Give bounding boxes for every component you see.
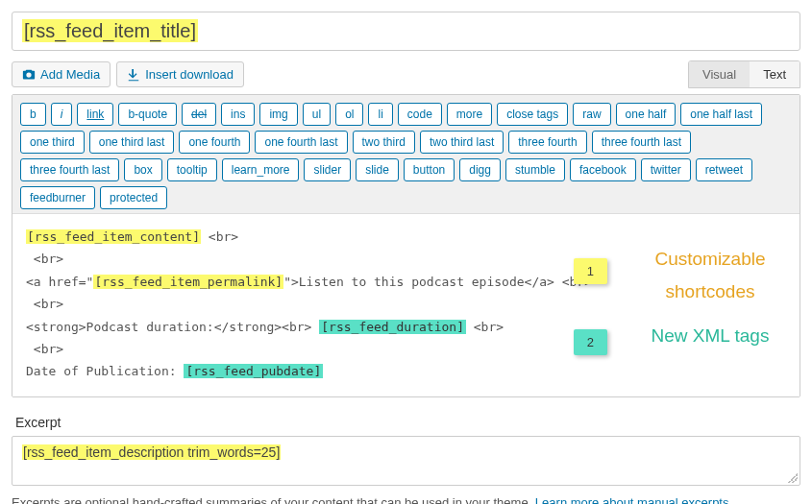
learn-more-link[interactable]: Learn more about manual excerpts [535, 495, 729, 504]
qt-tooltip[interactable]: tooltip [167, 158, 217, 181]
qt-box[interactable]: box [124, 158, 161, 181]
camera-icon [22, 68, 36, 82]
qt-learn_more[interactable]: learn_more [222, 158, 300, 181]
download-icon [127, 68, 140, 82]
editor-textarea[interactable]: [rss_feed_item_content] <br> <br> <a hre… [12, 214, 800, 396]
qt-img[interactable]: img [259, 103, 297, 126]
qt-retweet[interactable]: retweet [696, 158, 752, 181]
qt-del[interactable]: del [182, 103, 216, 126]
qt-link[interactable]: link [77, 103, 113, 126]
badge-1: 1 [574, 258, 607, 284]
qt-one-fourth[interactable]: one fourth [179, 131, 250, 154]
badge-2: 2 [574, 329, 607, 355]
editor: bilinkb-quotedelinsimgulollicodemoreclos… [12, 94, 800, 397]
tab-text[interactable]: Text [750, 61, 800, 87]
qt-feedburner[interactable]: feedburner [20, 186, 95, 209]
qt-b[interactable]: b [20, 103, 46, 126]
excerpt-label: Excerpt [15, 415, 800, 430]
qt-one-third-last[interactable]: one third last [89, 131, 175, 154]
qt-ul[interactable]: ul [303, 103, 331, 126]
qt-raw[interactable]: raw [573, 103, 610, 126]
qt-three-fourth-last[interactable]: three fourth last [20, 158, 119, 181]
insert-download-label: Insert download [145, 67, 234, 82]
editor-tabs: VisualText [688, 60, 800, 88]
annotation-custom-shortcodes: Customizable shortcodes [638, 243, 782, 308]
qt-button[interactable]: button [404, 158, 455, 181]
qt-two-third-last[interactable]: two third last [420, 131, 504, 154]
qt-b-quote[interactable]: b-quote [118, 103, 177, 126]
annotation-new-xml-tags: New XML tags [638, 320, 782, 352]
qt-digg[interactable]: digg [459, 158, 501, 181]
qt-more[interactable]: more [447, 103, 492, 126]
qt-three-fourth-last[interactable]: three fourth last [592, 131, 691, 154]
qt-one-fourth-last[interactable]: one fourth last [255, 131, 347, 154]
qt-stumble[interactable]: stumble [505, 158, 565, 181]
qt-slider[interactable]: slider [304, 158, 351, 181]
media-row: Add Media Insert download VisualText [12, 60, 800, 88]
qt-facebook[interactable]: facebook [570, 158, 636, 181]
tab-visual[interactable]: Visual [689, 61, 750, 87]
qt-code[interactable]: code [398, 103, 442, 126]
qt-close-tags[interactable]: close tags [497, 103, 568, 126]
qt-li[interactable]: li [368, 103, 392, 126]
qt-ol[interactable]: ol [335, 103, 363, 126]
qt-one-half[interactable]: one half [616, 103, 677, 126]
sc-permalink: [rss_feed_item_permalink] [93, 275, 283, 289]
qt-one-half-last[interactable]: one half last [680, 103, 762, 126]
add-media-button[interactable]: Add Media [12, 61, 111, 87]
qt-twitter[interactable]: twitter [641, 158, 691, 181]
qt-ins[interactable]: ins [221, 103, 255, 126]
excerpt-textarea[interactable]: [rss_feed_item_description trim_words=25… [12, 436, 800, 486]
excerpt-helper: Excerpts are optional hand-crafted summa… [12, 495, 800, 504]
sc-pubdate: [rss_feed_pubdate] [184, 364, 323, 378]
title-shortcode: [rss_feed_item_title] [22, 19, 198, 42]
excerpt-shortcode: [rss_feed_item_description trim_words=25… [22, 444, 281, 460]
qt-protected[interactable]: protected [100, 186, 167, 209]
sc-duration: [rss_feed_duration] [319, 320, 466, 334]
qt-one-third[interactable]: one third [20, 131, 85, 154]
insert-download-button[interactable]: Insert download [116, 61, 244, 87]
post-title-input[interactable]: [rss_feed_item_title] [12, 12, 800, 51]
qt-slide[interactable]: slide [356, 158, 399, 181]
sc-content: [rss_feed_item_content] [26, 229, 201, 244]
quicktags-toolbar: bilinkb-quotedelinsimgulollicodemoreclos… [12, 95, 800, 214]
qt-two-third[interactable]: two third [353, 131, 415, 154]
qt-three-fourth[interactable]: three fourth [508, 131, 586, 154]
add-media-label: Add Media [40, 67, 100, 82]
qt-i[interactable]: i [51, 103, 73, 126]
